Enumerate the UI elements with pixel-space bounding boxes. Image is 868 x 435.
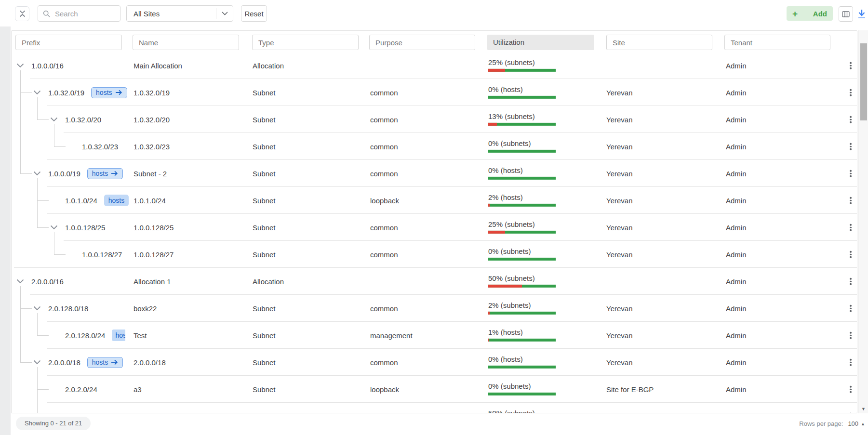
row-actions-kebab[interactable] (848, 113, 854, 126)
row-actions-kebab[interactable] (848, 356, 854, 369)
utilization-cell: 0% (subnets) (488, 139, 556, 153)
utilization-label: 0% (subnets) (488, 382, 556, 390)
table-row[interactable]: 2.0.128.0/24hosTestSubnetmanagementYerev… (12, 322, 857, 349)
row-actions-kebab[interactable] (848, 86, 854, 99)
row-actions-kebab[interactable] (848, 248, 854, 261)
table-row[interactable]: 1.0.0.0/19hostsSubnet - 2SubnetcommonYer… (12, 160, 857, 187)
hosts-badge[interactable]: hosts (87, 168, 123, 179)
filter-prefix-input[interactable] (15, 35, 122, 50)
row-expand-chevron[interactable] (33, 360, 41, 365)
rows-per-page-select[interactable]: 100 ▲ (848, 420, 865, 427)
table-row[interactable]: 2.0.2.0/24a3SubnetloopbackSite for E-BGP… (12, 376, 857, 403)
table-row[interactable]: 1.0.0.128/251.0.0.128/25SubnetcommonYere… (12, 214, 857, 241)
site-cell: Yerevan (606, 224, 633, 232)
table-row[interactable]: 1.0.32.0/231.0.32.0/23SubnetcommonYereva… (12, 133, 857, 160)
purpose-cell: common (370, 143, 398, 151)
download-button[interactable] (856, 7, 868, 20)
row-expand-chevron[interactable] (33, 171, 41, 176)
tree-connector (37, 322, 38, 335)
row-expand-chevron[interactable] (50, 117, 58, 122)
row-expand-chevron[interactable] (16, 63, 24, 68)
name-cell: 2.0.0.0/18 (134, 358, 166, 367)
reset-button[interactable]: Reset (241, 5, 267, 22)
row-actions-kebab[interactable] (848, 275, 854, 288)
site-cell: Yerevan (606, 358, 633, 367)
row-actions-kebab[interactable] (848, 383, 854, 396)
row-actions-kebab[interactable] (848, 140, 854, 153)
rows-per-page-label: Rows per page: (799, 420, 843, 427)
name-cell: a2 (134, 412, 142, 413)
site-cell: Yerevan (606, 89, 633, 97)
filter-name-input[interactable] (133, 35, 239, 50)
filter-tenant-input[interactable] (724, 35, 830, 50)
add-button[interactable]: + Add (787, 6, 833, 21)
tree-connector (20, 173, 32, 174)
hosts-badge[interactable]: hosts (87, 357, 123, 368)
tenant-cell: Admin (726, 412, 747, 413)
filter-purpose-input[interactable] (369, 35, 475, 50)
vertical-scrollbar[interactable]: ▼ (858, 30, 868, 413)
row-actions-kebab[interactable] (848, 302, 854, 315)
table-row[interactable]: 1.0.1.0/24hosts1.0.1.0/24SubnetloopbackY… (12, 187, 857, 214)
prefix-cell-group: 2.0.2.0/24 (65, 376, 97, 403)
site-cell: Yerevan (606, 331, 633, 340)
site-cell: Yerevan (606, 143, 633, 151)
row-expand-chevron[interactable] (16, 279, 24, 284)
utilization-cell: 13% (subnets) (488, 112, 556, 126)
row-actions-kebab[interactable] (848, 167, 854, 180)
hosts-badge-label: hosts (96, 89, 112, 97)
hosts-badge[interactable]: hosts (91, 87, 127, 98)
prefix-cell: 2.0.0.0/18 (48, 358, 80, 367)
type-cell: Allocation (253, 62, 284, 70)
prefix-table: Utilization 1.0.0.0/16Main AllocationAll… (11, 30, 857, 413)
prefix-cell-group: 1.0.0.128/25 (65, 214, 105, 241)
table-row[interactable]: 2.0.128.0/18boxk22SubnetcommonYerevanAdm… (12, 295, 857, 322)
prefix-cell-group: 1.0.0.0/19hosts (48, 160, 123, 187)
utilization-cell: 0% (subnets) (488, 247, 556, 261)
table-row[interactable]: 2.0.0.0/18hosts2.0.0.0/18SubnetcommonYer… (12, 349, 857, 376)
column-settings-button[interactable] (839, 6, 853, 22)
sites-filter-select[interactable]: All Sites (126, 5, 233, 22)
table-row[interactable]: 2.0.1.0/24a2SubnetcommonSite for E-BGPAd… (12, 403, 857, 413)
left-gutter (0, 26, 11, 435)
row-actions-kebab[interactable] (848, 329, 854, 342)
table-row[interactable]: 2.0.0.0/16Allocation 1AllocationAdmin50%… (12, 268, 857, 295)
tree-connector (20, 362, 32, 363)
utilization-cell: 2% (hosts) (488, 193, 556, 207)
tenant-cell: Admin (726, 277, 747, 286)
search-input[interactable] (54, 9, 115, 18)
filter-type-input[interactable] (252, 35, 359, 50)
table-row[interactable]: 1.0.0.128/271.0.0.128/27SubnetcommonYere… (12, 241, 857, 268)
tenant-cell: Admin (726, 331, 747, 340)
utilization-bar-used (488, 231, 505, 234)
row-actions-kebab[interactable] (848, 410, 854, 413)
prefix-cell: 1.0.0.0/16 (31, 62, 64, 70)
hosts-badge-label: hos (115, 331, 125, 340)
tenant-cell: Admin (726, 89, 747, 97)
site-cell: Yerevan (606, 304, 633, 313)
scrollbar-thumb[interactable] (860, 43, 867, 120)
scrollbar-down-arrow[interactable]: ▼ (859, 407, 868, 411)
site-cell: Site for E-BGP (606, 412, 654, 413)
collapse-all-button[interactable] (15, 6, 29, 21)
row-actions-kebab[interactable] (848, 194, 854, 207)
row-expand-chevron[interactable] (33, 90, 41, 95)
filter-site-input[interactable] (606, 35, 712, 50)
tree-connector (37, 227, 49, 228)
table-row[interactable]: 1.0.32.0/201.0.32.0/20SubnetcommonYereva… (12, 106, 857, 133)
purpose-cell: loopback (370, 197, 399, 205)
tree-connector (37, 97, 38, 106)
utilization-cell: 2% (subnets) (488, 301, 556, 315)
type-cell: Subnet (253, 89, 276, 97)
row-expand-chevron[interactable] (33, 306, 41, 311)
row-expand-chevron[interactable] (50, 225, 58, 230)
tree-connector (20, 349, 21, 362)
row-actions-kebab[interactable] (848, 59, 854, 72)
hosts-badge[interactable]: hosts (104, 195, 129, 206)
type-cell: Subnet (253, 116, 276, 124)
table-row[interactable]: 1.0.0.0/16Main AllocationAllocationAdmin… (12, 52, 857, 79)
hosts-badge[interactable]: hos (112, 330, 125, 341)
prefix-cell-group: 2.0.0.0/16 (31, 268, 64, 295)
row-actions-kebab[interactable] (848, 221, 854, 234)
table-row[interactable]: 1.0.32.0/19hosts1.0.32.0/19SubnetcommonY… (12, 79, 857, 106)
